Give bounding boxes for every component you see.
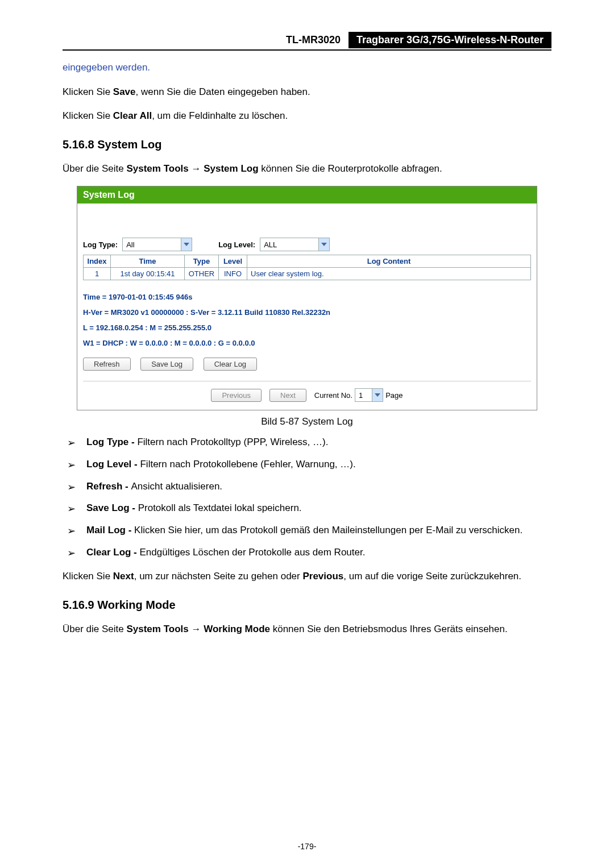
- page-label: Page: [385, 391, 403, 400]
- section-heading-workingmode: 5.16.9 Working Mode: [63, 599, 551, 612]
- chevron-down-icon: [181, 238, 192, 251]
- systemlog-screenshot: System Log Log Type: All Log Level: ALL: [77, 186, 537, 410]
- clearall-line: Klicken Sie Clear All, um die Feldinhalt…: [63, 109, 551, 123]
- loglevel-label: Log Level:: [218, 240, 255, 249]
- currentno-label: Current No.: [314, 391, 352, 400]
- list-item: Clear Log - Endgültiges Löschen der Prot…: [67, 546, 551, 560]
- nav-line: Klicken Sie Next, um zur nächsten Seite …: [63, 570, 551, 584]
- info-version: H-Ver = MR3020 v1 00000000 : S-Ver = 3.1…: [83, 308, 531, 317]
- logtype-select[interactable]: All: [122, 238, 192, 251]
- list-item: Mail Log - Klicken Sie hier, um das Prot…: [67, 524, 551, 538]
- svg-marker-0: [184, 243, 189, 246]
- chevron-down-icon: [372, 389, 383, 401]
- top-note: eingegeben werden.: [63, 61, 551, 75]
- svg-marker-2: [375, 393, 380, 397]
- refresh-button[interactable]: Refresh: [83, 358, 131, 371]
- list-item: Save Log - Protokoll als Textdatei lokal…: [67, 501, 551, 516]
- panel-title: System Log: [77, 186, 537, 203]
- logtype-label: Log Type:: [83, 240, 118, 249]
- svg-marker-1: [321, 243, 327, 246]
- page-number: -179-: [0, 842, 614, 851]
- info-time: Time = 1970-01-01 0:15:45 946s: [83, 293, 531, 301]
- table-row: 1 1st day 00:15:41 OTHER INFO User clear…: [84, 268, 531, 280]
- info-lan: L = 192.168.0.254 : M = 255.255.255.0: [83, 323, 531, 332]
- info-block: Time = 1970-01-01 0:15:45 946s H-Ver = M…: [83, 293, 531, 347]
- clearlog-button[interactable]: Clear Log: [204, 358, 257, 371]
- save-line: Klicken Sie Save, wenn Sie die Daten ein…: [63, 85, 551, 99]
- table-header-row: Index Time Type Level Log Content: [84, 255, 531, 268]
- currentno-select[interactable]: 1: [355, 388, 383, 402]
- doc-header: TL-MR3020 Tragbarer 3G/3,75G-Wireless-N-…: [63, 32, 551, 48]
- chevron-down-icon: [318, 238, 329, 251]
- intro-systemlog: Über die Seite System Tools → System Log…: [63, 161, 551, 176]
- savelog-button[interactable]: Save Log: [140, 358, 193, 371]
- previous-button[interactable]: Previous: [211, 389, 262, 402]
- intro-workingmode: Über die Seite System Tools → Working Mo…: [63, 622, 551, 637]
- loglevel-select[interactable]: ALL: [260, 238, 330, 251]
- info-wan: W1 = DHCP : W = 0.0.0.0 : M = 0.0.0.0 : …: [83, 339, 531, 347]
- next-button[interactable]: Next: [269, 389, 306, 402]
- list-item: Refresh - Ansicht aktualisieren.: [67, 480, 551, 494]
- figure-caption: Bild 5-87 System Log: [63, 416, 551, 427]
- section-heading-systemlog: 5.16.8 System Log: [63, 138, 551, 151]
- log-table: Index Time Type Level Log Content 1 1st …: [83, 255, 531, 280]
- header-title: Tragbarer 3G/3,75G-Wireless-N-Router: [349, 32, 551, 48]
- list-item: Log Type - Filtern nach Protokolltyp (PP…: [67, 435, 551, 450]
- list-item: Log Level - Filtern nach Protokollebene …: [67, 458, 551, 472]
- header-model: TL-MR3020: [278, 32, 349, 48]
- header-rule: [63, 49, 551, 51]
